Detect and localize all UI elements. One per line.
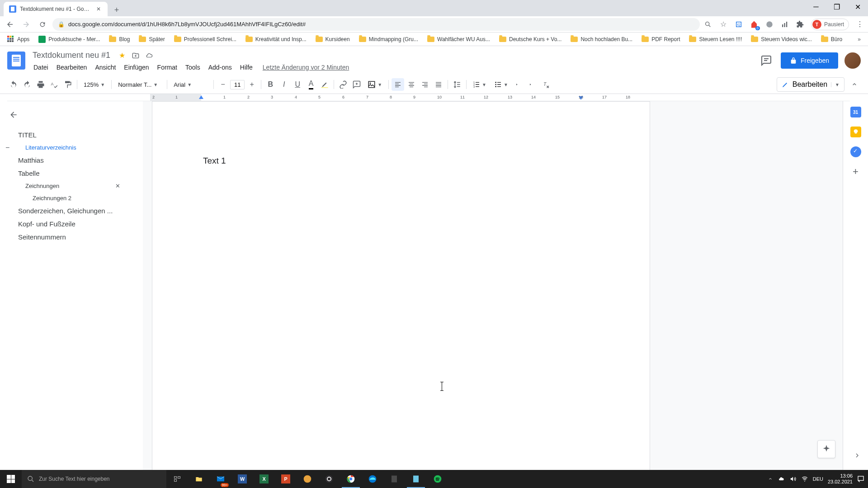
bookmark-item[interactable]: Steuern Videos wic...	[747, 34, 816, 44]
taskbar-search[interactable]: Zur Suche Text hier eingeben	[22, 470, 166, 488]
outline-item-sonderzeichen[interactable]: Sonderzeichen, Gleichungen ...	[0, 204, 143, 217]
docs-logo[interactable]	[7, 52, 25, 70]
word-icon[interactable]: W	[231, 470, 253, 488]
excel-icon[interactable]: X	[253, 470, 275, 488]
horizontal-ruler[interactable]: 2 1 1 2 3 4 5 6 7 8 9 10 11 12 13 14 15 …	[7, 94, 850, 101]
chrome-icon[interactable]	[340, 470, 362, 488]
move-icon[interactable]	[131, 51, 140, 60]
bookmark-apps[interactable]: Apps	[4, 34, 33, 45]
collapse-icon[interactable]: −	[5, 144, 9, 151]
outline-item-kopfzeile[interactable]: Kopf- und Fußzeile	[0, 217, 143, 230]
zoom-icon[interactable]	[703, 20, 712, 29]
font-size-decrease[interactable]: −	[217, 78, 229, 91]
document-canvas[interactable]: Text 1	[143, 101, 843, 488]
menu-tools[interactable]: Tools	[182, 62, 204, 73]
menu-bearbeiten[interactable]: Bearbeiten	[53, 62, 91, 73]
outline-back-button[interactable]	[7, 108, 20, 121]
tray-clock[interactable]: 13:06 23.02.2021	[828, 473, 853, 485]
task-view-icon[interactable]	[166, 470, 188, 488]
tasks-icon[interactable]	[850, 146, 861, 157]
bulleted-list-button[interactable]: ▼	[491, 79, 512, 90]
tray-lang[interactable]: DEU	[813, 476, 823, 482]
bookmark-item[interactable]: PDF Report	[638, 34, 684, 44]
bookmark-item[interactable]: Büro	[817, 34, 846, 44]
close-tab-icon[interactable]: ✕	[95, 5, 102, 13]
undo-button[interactable]	[7, 78, 20, 91]
bookmarks-overflow[interactable]: »	[854, 34, 864, 44]
tray-volume-icon[interactable]	[789, 476, 797, 482]
align-center-button[interactable]	[405, 78, 418, 91]
outline-item-seitennummern[interactable]: Seitennummern	[0, 230, 143, 244]
bookmark-item[interactable]: Noch hochladen Bu...	[567, 34, 636, 44]
outline-item-tabelle[interactable]: Tabelle	[0, 167, 143, 180]
tray-cloud-icon[interactable]	[778, 476, 785, 482]
highlight-button[interactable]	[318, 78, 331, 91]
insert-link-button[interactable]	[337, 78, 349, 91]
decrease-indent-button[interactable]	[513, 78, 525, 91]
add-addon-icon[interactable]: +	[850, 166, 861, 177]
redo-button[interactable]	[21, 78, 33, 91]
bookmark-item[interactable]: Deutsche Kurs + Vo...	[495, 34, 565, 44]
minimize-button[interactable]: ─	[806, 0, 826, 14]
align-left-button[interactable]	[392, 78, 404, 91]
ruler-indent-marker[interactable]	[199, 95, 203, 99]
font-size-increase[interactable]: +	[245, 78, 258, 91]
increase-indent-button[interactable]	[526, 78, 539, 91]
extension-gray-icon[interactable]	[765, 20, 774, 29]
bookmark-item[interactable]: Blog	[105, 34, 133, 44]
start-button[interactable]	[0, 470, 22, 488]
bookmark-item[interactable]: Produktsuche - Mer...	[35, 34, 104, 45]
italic-button[interactable]: I	[278, 78, 290, 91]
outline-item-literatur[interactable]: −Literaturverzeichnis	[0, 141, 143, 154]
reader-icon[interactable]: IQ	[734, 20, 743, 29]
align-right-button[interactable]	[419, 78, 431, 91]
outline-item-titel[interactable]: TITEL	[0, 128, 143, 141]
spotify-icon[interactable]	[427, 470, 448, 488]
bookmark-item[interactable]: Kreativität und Insp...	[242, 34, 310, 44]
bookmark-star-icon[interactable]: ☆	[719, 20, 728, 29]
outline-item-matthias[interactable]: Matthias	[0, 154, 143, 167]
menu-ansicht[interactable]: Ansicht	[91, 62, 119, 73]
explorer-icon[interactable]	[188, 470, 210, 488]
tray-wifi-icon[interactable]	[801, 476, 808, 482]
outline-item-zeichnungen[interactable]: Zeichnungen✕	[0, 180, 143, 192]
app-icon-2[interactable]	[383, 470, 405, 488]
document-page[interactable]: Text 1	[152, 101, 650, 488]
clear-formatting-button[interactable]: T	[540, 78, 552, 91]
paint-format-button[interactable]	[61, 78, 74, 91]
address-bar[interactable]: 🔒 docs.google.com/document/d/1hUH8k6h7Lb…	[52, 18, 700, 31]
obs-icon[interactable]	[318, 470, 340, 488]
remove-outline-icon[interactable]: ✕	[115, 183, 120, 189]
menu-format[interactable]: Format	[154, 62, 181, 73]
bookmark-item[interactable]: Steuern Lesen !!!!	[685, 34, 745, 44]
menu-addons[interactable]: Add-ons	[205, 62, 236, 73]
notepad-icon[interactable]	[405, 470, 427, 488]
extensions-puzzle-icon[interactable]	[796, 20, 805, 29]
new-tab-button[interactable]: +	[110, 4, 123, 16]
edge-icon[interactable]	[362, 470, 383, 488]
browser-menu-icon[interactable]: ⋮	[855, 20, 864, 29]
insert-image-button[interactable]: ▼	[364, 79, 386, 90]
account-avatar[interactable]	[844, 52, 861, 69]
forward-button[interactable]	[20, 18, 33, 31]
tray-notifications-icon[interactable]	[857, 475, 864, 483]
star-icon[interactable]: ★	[118, 51, 127, 60]
extension-bars-icon[interactable]	[780, 20, 789, 29]
outline-item-zeichnungen2[interactable]: Zeichnungen 2	[0, 192, 143, 204]
text-color-button[interactable]: A	[305, 78, 317, 91]
bookmark-item[interactable]: Später	[135, 34, 168, 44]
bookmark-item[interactable]: Professionell Schrei...	[170, 34, 240, 44]
bookmark-item[interactable]: Kursideen	[312, 34, 354, 44]
editing-mode-select[interactable]: Bearbeiten ▼	[777, 77, 844, 92]
app-icon-1[interactable]	[297, 470, 318, 488]
menu-einfuegen[interactable]: Einfügen	[120, 62, 152, 73]
paragraph-style-select[interactable]: Normaler T...▼	[114, 80, 164, 90]
zoom-select[interactable]: 125%▼	[80, 80, 108, 90]
bookmark-item[interactable]: Mindmapping (Gru...	[355, 34, 422, 44]
font-size-input[interactable]: 11	[230, 80, 245, 89]
bookmark-item[interactable]: Wahlfächer WU Aus...	[424, 34, 494, 44]
cloud-status-icon[interactable]	[145, 51, 154, 60]
bold-button[interactable]: B	[264, 78, 277, 91]
underline-button[interactable]: U	[291, 78, 304, 91]
keep-icon[interactable]	[850, 127, 861, 137]
